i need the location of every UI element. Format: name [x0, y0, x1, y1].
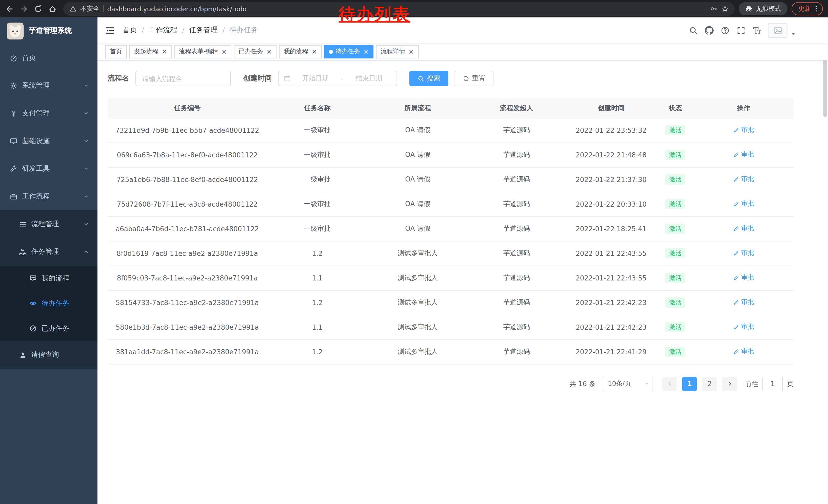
- approve-button[interactable]: 审批: [733, 249, 754, 258]
- approve-button[interactable]: 审批: [733, 126, 754, 135]
- approve-button[interactable]: 审批: [733, 323, 754, 331]
- user-icon: [19, 351, 27, 359]
- sidebar-item-payment-management[interactable]: 支付管理: [0, 99, 97, 127]
- sidebar-item-task-management[interactable]: 任务管理: [0, 238, 97, 266]
- approve-button[interactable]: 审批: [733, 348, 754, 356]
- list-icon: [19, 220, 27, 228]
- briefcase-icon: [10, 192, 17, 200]
- approve-button[interactable]: 审批: [733, 224, 754, 233]
- tab-my-processes[interactable]: 我的流程×: [279, 45, 322, 58]
- sidebar-item-leave-query[interactable]: 请假查询: [0, 341, 97, 369]
- sidebar-item-dev-tools[interactable]: 研发工具: [0, 155, 97, 183]
- tab-close-icon[interactable]: ×: [221, 48, 227, 55]
- pencil-icon: [733, 250, 739, 256]
- breadcrumb-item[interactable]: 任务管理: [189, 26, 218, 35]
- sidebar-item-todo-tasks[interactable]: 待办任务: [0, 291, 97, 316]
- process-name-input[interactable]: [135, 71, 231, 86]
- cell-name: 1.1: [267, 266, 368, 290]
- breadcrumb-item[interactable]: 首页: [123, 26, 137, 35]
- table-body: 73211d9d-7b9b-11ec-b5b7-acde48001122一级审批…: [108, 118, 794, 364]
- sidebar-item-home[interactable]: 首页: [0, 44, 97, 72]
- cell-created: 2022-01-21 22:42:23: [565, 315, 657, 339]
- approve-label: 审批: [741, 175, 754, 184]
- sidebar-item-process-management[interactable]: 流程管理: [0, 210, 97, 238]
- back-icon[interactable]: [5, 4, 14, 13]
- pencil-icon: [733, 176, 739, 183]
- page-button-1[interactable]: 1: [682, 377, 697, 391]
- bookmark-star-icon[interactable]: [721, 5, 729, 12]
- pencil-icon: [733, 226, 739, 232]
- chevron-down-icon: [83, 221, 89, 227]
- tab-start-process[interactable]: 发起流程×: [129, 45, 172, 58]
- tab-close-icon[interactable]: ×: [363, 48, 369, 55]
- tab-done-tasks[interactable]: 已办任务×: [234, 45, 277, 58]
- cell-flow: OA 请假: [368, 216, 468, 241]
- tab-close-icon[interactable]: ×: [266, 48, 272, 55]
- tab-close-icon[interactable]: ×: [312, 48, 317, 55]
- approve-button[interactable]: 审批: [733, 200, 754, 209]
- refresh-icon[interactable]: [34, 4, 43, 13]
- tabs-bar: 首页发起流程×流程表单-编辑×已办任务×我的流程×待办任务×流程详情×: [97, 43, 828, 60]
- sidebar-item-my-processes[interactable]: 我的流程: [0, 266, 97, 291]
- date-range-picker[interactable]: 开始日期 - 结束日期: [278, 71, 397, 86]
- reset-button[interactable]: 重置: [455, 71, 494, 86]
- home-icon[interactable]: [48, 4, 57, 13]
- key-icon[interactable]: [710, 5, 717, 12]
- avatar[interactable]: [768, 23, 787, 38]
- prev-page-button[interactable]: [662, 377, 677, 391]
- fullscreen-icon[interactable]: [737, 26, 745, 35]
- sidebar-item-label: 流程管理: [31, 220, 79, 229]
- cell-flow: OA 请假: [368, 142, 468, 167]
- approve-label: 审批: [741, 150, 754, 159]
- end-date-placeholder: 结束日期: [346, 74, 391, 83]
- sidebar-item-workflow[interactable]: 工作流程: [0, 183, 97, 210]
- start-date-placeholder: 开始日期: [293, 74, 338, 83]
- tab-todo-tasks[interactable]: 待办任务×: [324, 45, 373, 58]
- menu-fold-icon[interactable]: [105, 26, 115, 35]
- status-badge: 激活: [665, 322, 686, 332]
- tab-process-form-edit[interactable]: 流程表单-编辑×: [174, 45, 232, 58]
- approve-button[interactable]: 审批: [733, 150, 754, 159]
- tab-close-icon[interactable]: ×: [408, 48, 414, 55]
- cell-flow: 测试多审批人: [368, 315, 468, 339]
- avatar-caret-icon[interactable]: [791, 31, 796, 37]
- table-row: 8f0d1619-7ac8-11ec-a9e2-a2380e71991a1.2测…: [108, 241, 794, 266]
- search-icon: [418, 75, 424, 82]
- sidebar-item-system-management[interactable]: 系统管理: [0, 72, 97, 99]
- search-button[interactable]: 搜索: [409, 71, 448, 86]
- column-header: 任务名称: [267, 98, 368, 118]
- tab-process-detail[interactable]: 流程详情×: [376, 45, 419, 58]
- update-button[interactable]: 更新: [792, 2, 823, 15]
- next-page-button[interactable]: [722, 377, 737, 391]
- sidebar-item-done-tasks[interactable]: 已办任务: [0, 316, 97, 341]
- sidebar-item-infrastructure[interactable]: 基础设施: [0, 127, 97, 155]
- cell-status: 激活: [657, 339, 694, 364]
- yen-icon: [10, 109, 17, 117]
- forward-icon[interactable]: [19, 4, 28, 13]
- tab-home[interactable]: 首页: [105, 45, 127, 58]
- font-size-icon[interactable]: [753, 26, 761, 35]
- github-icon[interactable]: [705, 26, 714, 35]
- pencil-icon: [733, 324, 739, 330]
- cell-initiator: 芋道源码: [468, 339, 565, 364]
- cell-action: 审批: [694, 339, 794, 364]
- breadcrumb-item[interactable]: 工作流程: [149, 26, 177, 35]
- status-badge: 激活: [665, 297, 686, 308]
- cell-name: 一级审批: [267, 167, 368, 192]
- cell-name: 1.2: [267, 241, 368, 266]
- browser-toolbar: 不安全 dashboard.yudao.iocoder.cn/bpm/task/…: [0, 0, 828, 17]
- approve-button[interactable]: 审批: [733, 298, 754, 307]
- page-button-2[interactable]: 2: [702, 377, 717, 391]
- page-size-select[interactable]: 10条/页: [603, 377, 653, 391]
- menu-dots-icon[interactable]: [813, 5, 820, 12]
- question-icon[interactable]: [721, 26, 730, 35]
- cell-id: 069c6a63-7b8a-11ec-8ef0-acde48001122: [108, 142, 267, 167]
- approve-button[interactable]: 审批: [733, 274, 754, 282]
- image-placeholder-icon: [773, 26, 782, 35]
- status-badge: 激活: [665, 174, 686, 185]
- search-icon[interactable]: [689, 26, 698, 35]
- tab-close-icon[interactable]: ×: [162, 48, 167, 55]
- goto-page-input[interactable]: [762, 377, 783, 391]
- approve-button[interactable]: 审批: [733, 175, 754, 184]
- cell-name: 一级审批: [267, 216, 368, 241]
